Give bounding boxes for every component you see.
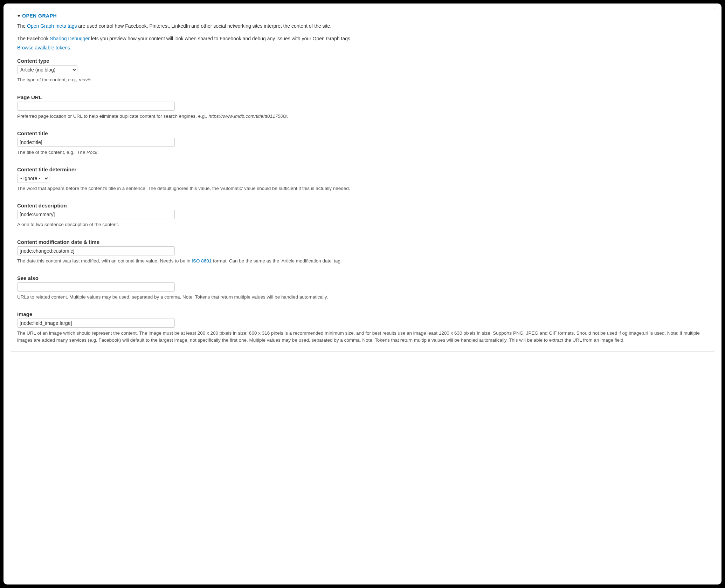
content-type-select[interactable]: Article (inc blog) (17, 65, 77, 74)
field-image: Image The URL of an image which should r… (17, 311, 708, 344)
image-description: The URL of an image which should represe… (17, 330, 708, 344)
intro-paragraph-2: The Facebook Sharing Debugger lets you p… (17, 35, 708, 42)
see-also-description: URLs to related content. Multiple values… (17, 294, 708, 301)
content-description-label: Content description (17, 203, 708, 208)
desc-text: format. Can be the same as the 'Article … (212, 258, 341, 264)
image-label: Image (17, 311, 708, 317)
settings-panel: OPEN GRAPH The Open Graph meta tags are … (4, 4, 721, 584)
desc-example: movie (79, 77, 91, 82)
determiner-description: The word that appears before the content… (17, 185, 708, 192)
desc-text: The type of the content, e.g., (17, 77, 79, 82)
intro-paragraph-1: The Open Graph meta tags are used contro… (17, 22, 708, 30)
desc-text: The title of the content, e.g., (17, 150, 77, 155)
content-description-input[interactable] (17, 210, 175, 219)
determiner-label: Content title determiner (17, 166, 708, 172)
desc-example: The Rock (77, 150, 97, 155)
section-toggle[interactable]: OPEN GRAPH (17, 13, 708, 19)
image-input[interactable] (17, 319, 175, 328)
open-graph-fieldset: OPEN GRAPH The Open Graph meta tags are … (10, 8, 715, 351)
browse-tokens-link[interactable]: Browse available tokens. (17, 45, 71, 50)
intro-text: are used control how Facebook, Pinterest… (77, 23, 331, 29)
field-content-description: Content description A one to two sentenc… (17, 203, 708, 228)
field-content-title: Content title The title of the content, … (17, 130, 708, 156)
desc-text: . (97, 150, 99, 155)
desc-text: The date this content was last modified,… (17, 258, 192, 264)
intro-text: The (17, 23, 27, 29)
caret-down-icon (17, 15, 21, 17)
page-url-description: Preferred page location or URL to help e… (17, 113, 708, 120)
content-title-description: The title of the content, e.g., The Rock… (17, 149, 708, 156)
intro-text: lets you preview how your content will l… (90, 36, 352, 41)
see-also-label: See also (17, 275, 708, 281)
page-url-input[interactable] (17, 102, 175, 111)
content-type-description: The type of the content, e.g., movie. (17, 76, 708, 83)
field-content-type: Content type Article (inc blog) The type… (17, 58, 708, 83)
determiner-select[interactable]: - Ignore - (17, 174, 49, 183)
content-description-description: A one to two sentence description of the… (17, 221, 708, 228)
page-url-label: Page URL (17, 94, 708, 100)
modification-date-input[interactable] (17, 246, 175, 255)
field-modification-date: Content modification date & time The dat… (17, 239, 708, 265)
section-title: OPEN GRAPH (22, 13, 57, 19)
see-also-input[interactable] (17, 282, 175, 292)
iso-8601-link[interactable]: ISO 8601 (192, 258, 212, 264)
field-page-url: Page URL Preferred page location or URL … (17, 94, 708, 120)
desc-text: . (91, 77, 93, 82)
content-title-label: Content title (17, 130, 708, 136)
field-determiner: Content title determiner - Ignore - The … (17, 166, 708, 192)
desc-text: . (287, 114, 288, 119)
field-see-also: See also URLs to related content. Multip… (17, 275, 708, 301)
content-title-input[interactable] (17, 138, 175, 147)
desc-example: https://www.imdb.com/title/tt0117500/ (209, 114, 287, 119)
sharing-debugger-link[interactable]: Sharing Debugger (50, 36, 90, 41)
open-graph-meta-tags-link[interactable]: Open Graph meta tags (27, 23, 77, 29)
desc-text: Preferred page location or URL to help e… (17, 114, 209, 119)
modification-date-description: The date this content was last modified,… (17, 258, 708, 265)
modification-date-label: Content modification date & time (17, 239, 708, 245)
content-type-label: Content type (17, 58, 708, 64)
tokens-line: Browse available tokens. (17, 44, 708, 52)
intro-text: The Facebook (17, 36, 50, 41)
